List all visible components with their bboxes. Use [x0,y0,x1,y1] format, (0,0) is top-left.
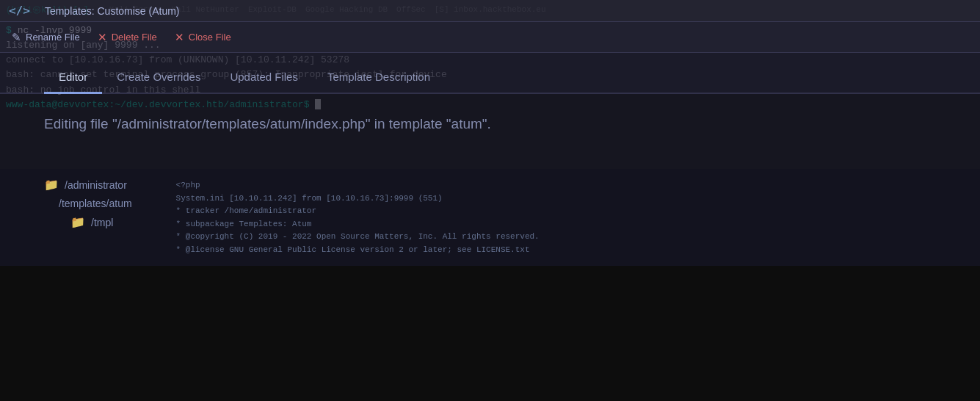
terminal-link-inbox[interactable]: [S] inbox.hackthebox.eu [435,4,546,16]
terminal-link-offsec[interactable]: OffSec [396,4,426,16]
terminal-output-5: bash: no job control in this shell [6,84,200,95]
terminal-cursor [315,99,321,109]
terminal-line-6: www-data@devvortex:~/dev.devvortex.htb/a… [6,98,974,112]
terminal-layer: (kali㉿kali)-[~] Kali Forums Kali NetHunt… [0,0,980,401]
terminal-link-forums[interactable]: Kali Forums [109,4,163,16]
terminal-shell-prompt: www-data@devvortex:~/dev.devvortex.htb/a… [6,99,309,110]
terminal-output-3: connect to [10.10.16.73] from (UNKNOWN) … [6,54,349,65]
terminal-dollar-1: $ [6,25,12,36]
terminal-links: Kali Forums Kali NetHunter Exploit-DB Go… [109,4,546,16]
page-wrapper: (kali㉿kali)-[~] Kali Forums Kali NetHunt… [0,0,980,401]
terminal-command-1: nc -lnvp 9999 [18,25,92,36]
terminal-line-2: listening on [any] 9999 ... [6,38,974,53]
terminal-line-1: $ nc -lnvp 9999 [6,24,974,38]
terminal-output-4: bash: cannot set terminal process group … [6,69,447,80]
terminal-link-exploitdb[interactable]: Exploit-DB [248,4,297,16]
terminal-link-ghdb[interactable]: Google Hacking DB [305,4,388,16]
terminal-prompt-label: (kali㉿kali)-[~] [6,4,89,17]
terminal-content: $ nc -lnvp 9999 listening on [any] 9999 … [0,21,980,115]
terminal-topbar: (kali㉿kali)-[~] Kali Forums Kali NetHunt… [0,0,980,21]
terminal-line-3: connect to [10.10.16.73] from (UNKNOWN) … [6,53,974,68]
terminal-line-5: bash: no job control in this shell [6,83,974,98]
terminal-line-4: bash: cannot set terminal process group … [6,68,974,82]
terminal-output-2: listening on [any] 9999 ... [6,40,161,51]
terminal-link-nethunter[interactable]: Kali NetHunter [171,4,239,16]
